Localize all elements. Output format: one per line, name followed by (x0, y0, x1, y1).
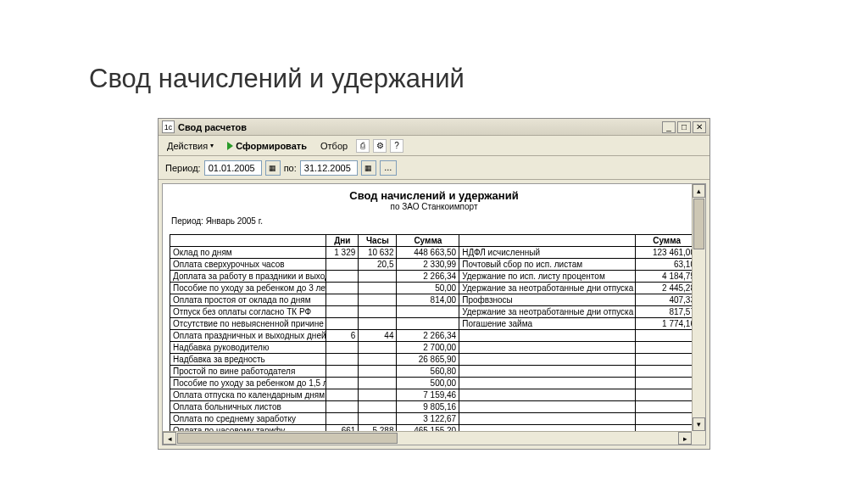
maximize-button[interactable]: □ (677, 121, 691, 133)
table-cell: Оклад по дням (170, 247, 326, 259)
table-cell (326, 342, 359, 354)
report-area: Свод начислений и удержаний по ЗАО Станк… (162, 183, 706, 445)
date-to-input[interactable] (300, 160, 358, 176)
calendar-from-icon[interactable]: ▦ (265, 160, 281, 176)
table-cell (359, 342, 397, 354)
table-cell: НДФЛ исчисленный (459, 247, 636, 259)
calendar-to-icon[interactable]: ▦ (361, 160, 376, 176)
table-cell (636, 342, 698, 354)
table-cell: Пособие по уходу за ребенком до 1,5 лет (170, 378, 326, 389)
table-cell: 2 266,34 (397, 271, 459, 283)
form-button[interactable]: Сформировать (222, 139, 312, 153)
table-cell: 10 632 (359, 247, 397, 259)
titlebar: 1с Свод расчетов _ □ ✕ (159, 119, 709, 136)
actions-menu[interactable]: Действия ▾ (162, 139, 219, 153)
table-cell (326, 271, 359, 283)
report-scroll: Свод начислений и удержаний по ЗАО Станк… (163, 184, 705, 445)
table-cell (359, 389, 397, 401)
table-cell (359, 283, 397, 294)
table-cell: Надбавка руководителю (170, 342, 326, 354)
table-cell (397, 318, 459, 330)
table-cell (326, 366, 359, 378)
header-summa2: Сумма (636, 235, 698, 247)
table-cell (359, 366, 397, 378)
table-row: Оплата праздничных и выходных дней6442 2… (170, 330, 698, 342)
table-cell: 6 (326, 330, 359, 342)
table-cell (459, 413, 636, 425)
table-cell (326, 283, 359, 294)
period-picker-button[interactable]: ... (380, 160, 397, 176)
table-cell: Оплата праздничных и выходных дней (170, 330, 326, 342)
table-cell (326, 389, 359, 401)
table-cell (636, 378, 698, 389)
table-cell (326, 378, 359, 389)
filter-button[interactable]: Отбор (315, 139, 353, 153)
table-cell (636, 354, 698, 366)
table-cell: 44 (359, 330, 397, 342)
table-cell: 63,10 (636, 259, 698, 271)
table-cell (359, 413, 397, 425)
help-icon[interactable]: ? (390, 139, 403, 153)
table-cell (397, 306, 459, 318)
actions-label: Действия (167, 141, 208, 151)
table-cell: Удержание по исп. листу процентом (459, 271, 636, 283)
table-cell: 26 865,90 (397, 354, 459, 366)
header-dni: Дни (326, 235, 359, 247)
table-row: Отпуск без оплаты согласно ТК РФУдержани… (170, 306, 698, 318)
table-cell (636, 413, 698, 425)
hscroll-thumb[interactable] (177, 433, 398, 444)
table-cell: 1 774,16 (636, 318, 698, 330)
scroll-left-icon[interactable]: ◂ (163, 432, 176, 445)
settings-icon[interactable]: ⚙ (373, 139, 387, 153)
table-cell: Оплата по среднему заработку (170, 413, 326, 425)
horizontal-scrollbar[interactable]: ◂ ▸ (163, 431, 692, 445)
scroll-right-icon[interactable]: ▸ (678, 432, 692, 445)
table-row: Отсутствие по невыясненной причинеПогаше… (170, 318, 698, 330)
table-row: Оплата простоя от оклада по дням814,00Пр… (170, 294, 698, 306)
report-table: Дни Часы Сумма Сумма Оклад по дням1 3291… (170, 234, 698, 437)
table-cell (459, 389, 636, 401)
table-cell: 1 329 (326, 247, 359, 259)
table-cell: Оплата сверхурочных часов (170, 259, 326, 271)
table-cell (359, 401, 397, 413)
slide-title: Свод начислений и удержаний (89, 64, 465, 94)
table-cell: Погашение займа (459, 318, 636, 330)
close-button[interactable]: ✕ (693, 121, 706, 133)
header-empty2 (459, 235, 636, 247)
print-icon[interactable]: ⎙ (356, 139, 370, 153)
table-cell: 2 330,99 (397, 259, 459, 271)
report-period: Период: Январь 2005 г. (171, 216, 698, 226)
vertical-scrollbar[interactable]: ▴ ▾ (692, 184, 705, 431)
header-chasy: Часы (359, 235, 397, 247)
scroll-down-icon[interactable]: ▾ (693, 417, 705, 431)
table-cell: 560,80 (397, 366, 459, 378)
minimize-button[interactable]: _ (662, 121, 676, 133)
date-from-input[interactable] (204, 160, 262, 176)
table-cell: 2 445,28 (636, 283, 698, 294)
table-cell (326, 354, 359, 366)
table-cell: Удержание за неотработанные дни отпуска … (459, 306, 636, 318)
table-cell (636, 389, 698, 401)
table-header-row: Дни Часы Сумма Сумма (170, 235, 698, 247)
app-icon: 1с (162, 120, 175, 133)
table-row: Оплата отпуска по календарным дням7 159,… (170, 389, 698, 401)
table-cell (326, 259, 359, 271)
table-cell: 2 266,34 (397, 330, 459, 342)
table-cell: 7 159,46 (397, 389, 459, 401)
scroll-up-icon[interactable]: ▴ (693, 184, 705, 198)
table-cell: 500,00 (397, 378, 459, 389)
table-cell (326, 306, 359, 318)
table-cell (359, 271, 397, 283)
table-cell: Доплата за работу в праздники и выходные (170, 271, 326, 283)
app-window: 1с Свод расчетов _ □ ✕ Действия ▾ Сформи… (158, 118, 710, 450)
window-title: Свод расчетов (178, 122, 662, 132)
table-cell: 20,5 (359, 259, 397, 271)
period-to-label: по: (284, 163, 297, 173)
table-row: Оклад по дням1 32910 632448 663,50НДФЛ и… (170, 247, 698, 259)
vscroll-thumb[interactable] (693, 199, 704, 249)
report-subtitle: по ЗАО Станкоимпорт (170, 202, 698, 211)
table-cell (326, 318, 359, 330)
period-bar: Период: ▦ по: ▦ ... (159, 156, 709, 180)
table-cell (459, 401, 636, 413)
table-cell: 817,57 (636, 306, 698, 318)
